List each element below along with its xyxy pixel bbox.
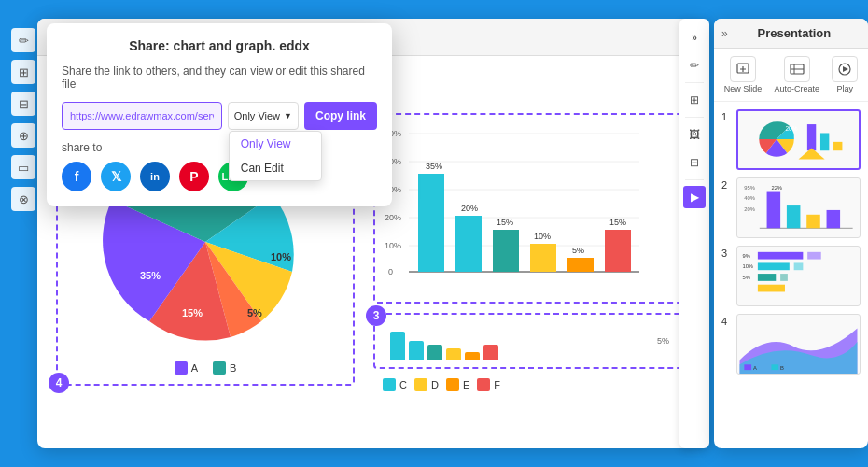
svg-rect-28 xyxy=(605,230,631,272)
mini-bar-red xyxy=(483,345,498,360)
right-panel-header: » Presentation xyxy=(714,19,868,49)
bar-legend-d-dot xyxy=(414,378,427,391)
mini-bar-teal xyxy=(427,345,442,360)
svg-text:9%: 9% xyxy=(742,253,749,259)
panel-chevron-icon: » xyxy=(721,27,728,40)
mini-bar-orange xyxy=(465,352,480,360)
dropdown-menu: Only View Can Edit xyxy=(229,131,322,181)
slide-2-number: 2 xyxy=(721,179,731,191)
svg-text:15%: 15% xyxy=(609,218,626,227)
bar-legend-d-label: D xyxy=(431,379,439,390)
share-to-label: share to xyxy=(62,141,377,154)
svg-text:20%: 20% xyxy=(461,204,478,213)
svg-text:35%: 35% xyxy=(140,270,161,281)
svg-text:10%: 10% xyxy=(271,251,291,262)
slide-item-4[interactable]: 4 A B xyxy=(721,314,861,375)
bar-legend: C D E F xyxy=(373,378,686,391)
svg-text:20%: 20% xyxy=(785,125,797,132)
svg-text:35%: 35% xyxy=(426,162,442,171)
svg-rect-41 xyxy=(833,142,842,150)
svg-text:15%: 15% xyxy=(497,218,513,227)
slide-item-3[interactable]: 3 9% 10% 5% xyxy=(721,246,861,306)
strip-sep-3 xyxy=(685,179,704,180)
svg-rect-26 xyxy=(567,258,594,272)
left-icon-close[interactable]: ⊗ xyxy=(11,187,35,211)
auto-create-btn[interactable]: Auto-Create xyxy=(775,56,820,93)
svg-text:10%: 10% xyxy=(742,263,753,269)
strip-layers-icon[interactable]: ⊟ xyxy=(683,151,706,174)
modal-link-row: Only View ▼ Only View Can Edit Copy link xyxy=(62,102,377,130)
left-icon-rect[interactable]: ▭ xyxy=(11,155,35,179)
slide-1-number: 1 xyxy=(721,111,731,122)
svg-rect-60 xyxy=(794,262,804,270)
bar-legend-c-dot xyxy=(383,378,396,391)
svg-rect-22 xyxy=(493,230,519,272)
option-only-view[interactable]: Only View xyxy=(230,132,321,156)
twitter-icon[interactable]: 𝕏 xyxy=(101,162,131,191)
slides-list: 1 20% xyxy=(714,102,868,448)
play-btn[interactable]: Play xyxy=(832,56,858,93)
play-label: Play xyxy=(837,84,854,93)
dropdown-current-value: Only View xyxy=(234,110,280,121)
slide-1-thumb[interactable]: 20% xyxy=(736,109,861,170)
slide-item-1[interactable]: 1 20% xyxy=(721,109,861,170)
left-icon-edit[interactable]: ✏ xyxy=(11,28,35,52)
pie-legend-b-dot xyxy=(213,361,226,375)
strip-pen-icon[interactable]: ✏ xyxy=(683,54,706,77)
svg-rect-58 xyxy=(758,285,785,292)
svg-rect-49 xyxy=(806,215,820,229)
slide-3-thumb[interactable]: 9% 10% 5% xyxy=(736,246,861,306)
svg-text:B: B xyxy=(780,365,784,371)
pie-legend-b-label: B xyxy=(230,362,236,374)
mini-bar-c xyxy=(390,332,405,360)
bar-chart-container: 2 50% 40% 30% 20% 10% 0 xyxy=(373,113,686,391)
svg-text:5%: 5% xyxy=(742,275,749,280)
svg-rect-48 xyxy=(787,205,801,228)
left-icon-plus[interactable]: ⊕ xyxy=(11,123,35,148)
url-input[interactable] xyxy=(62,102,222,130)
dropdown-arrow-icon: ▼ xyxy=(284,111,292,120)
copy-link-button[interactable]: Copy link xyxy=(304,102,377,130)
left-icon-minus[interactable]: ⊟ xyxy=(11,92,35,116)
pinterest-icon[interactable]: P xyxy=(179,162,209,191)
facebook-icon[interactable]: f xyxy=(62,162,91,191)
bar-legend-d: D xyxy=(414,378,439,391)
linkedin-icon[interactable]: in xyxy=(140,162,170,191)
slide-2-thumb[interactable]: 95% 40% 20% 22% xyxy=(736,177,861,238)
svg-rect-55 xyxy=(758,252,803,260)
left-sidebar: ✏ ⊞ ⊟ ⊕ ▭ ⊗ xyxy=(9,19,37,448)
pie-number-4: 4 xyxy=(49,373,69,393)
bar-number-3: 3 xyxy=(366,305,386,326)
svg-rect-20 xyxy=(455,216,482,272)
strip-grid-icon[interactable]: ⊞ xyxy=(683,89,706,111)
option-can-edit[interactable]: Can Edit xyxy=(230,156,321,180)
right-icon-strip: » ✏ ⊞ 🖼 ⊟ ▶ xyxy=(679,19,709,448)
strip-chevron-icon[interactable]: » xyxy=(683,26,706,49)
modal-title: Share: chart and graph. eddx xyxy=(62,38,377,53)
auto-create-label: Auto-Create xyxy=(775,84,820,93)
panel-actions: New Slide Auto-Create Play xyxy=(714,49,868,102)
slide-item-2[interactable]: 2 95% 40% 20% 22% xyxy=(721,177,861,238)
svg-text:5%: 5% xyxy=(247,307,262,318)
svg-marker-37 xyxy=(843,66,848,72)
slide-4-number: 4 xyxy=(721,316,731,327)
strip-sep-2 xyxy=(685,117,704,118)
modal-description: Share the link to others, and they can v… xyxy=(62,64,377,91)
panel-title: Presentation xyxy=(728,26,861,40)
strip-present-icon[interactable]: ▶ xyxy=(683,186,706,208)
bar-legend-e-dot xyxy=(446,378,459,391)
strip-image-icon[interactable]: 🖼 xyxy=(683,123,706,146)
pie-legend-a-label: A xyxy=(191,362,198,374)
bar-legend-f: F xyxy=(477,378,500,391)
left-icon-grid[interactable]: ⊞ xyxy=(11,60,35,84)
bar-legend-f-label: F xyxy=(494,379,500,390)
auto-create-icon xyxy=(784,56,810,82)
svg-text:5%: 5% xyxy=(572,246,584,255)
svg-text:95%: 95% xyxy=(744,185,755,191)
slide-4-thumb[interactable]: A B xyxy=(736,314,861,375)
svg-text:10%: 10% xyxy=(534,232,551,241)
social-icons: f 𝕏 in P LINE xyxy=(62,162,377,191)
view-mode-dropdown[interactable]: Only View ▼ Only View Can Edit xyxy=(228,102,299,130)
new-slide-btn[interactable]: New Slide xyxy=(724,56,763,93)
svg-rect-40 xyxy=(820,133,829,150)
